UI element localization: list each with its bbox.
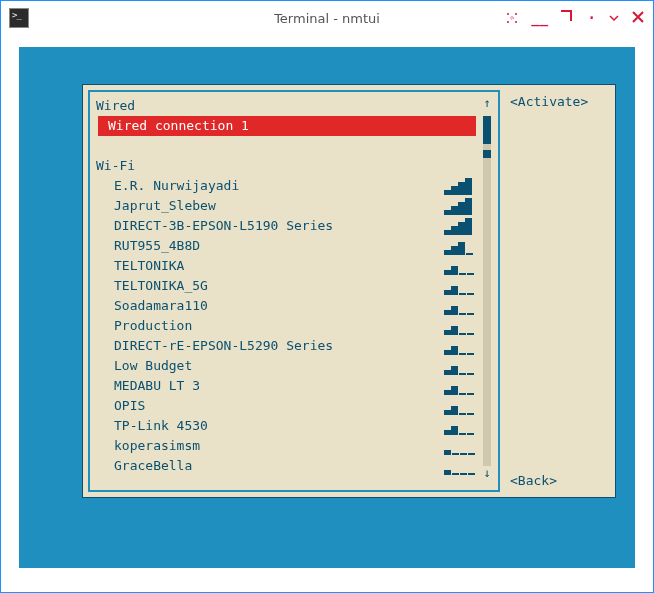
signal-strength-icon <box>444 257 478 275</box>
scroll-down-arrow-icon[interactable]: ↓ <box>483 466 490 486</box>
signal-strength-icon <box>444 357 478 375</box>
scroll-track[interactable] <box>483 116 491 466</box>
nmtui-dialog: WiredWired connection 1Wi-FiE.R. Nurwija… <box>79 81 619 501</box>
wifi-network-item[interactable]: Japrut_Slebew <box>96 196 480 216</box>
signal-strength-icon <box>444 217 478 235</box>
signal-strength-icon <box>444 377 478 395</box>
signal-strength-icon <box>444 177 478 195</box>
wifi-network-name: TELTONIKA <box>114 256 184 276</box>
wifi-network-name: Production <box>114 316 192 336</box>
wifi-network-item[interactable]: koperasimsm <box>96 436 480 456</box>
wifi-network-item[interactable]: TELTONIKA_5G <box>96 276 480 296</box>
svg-point-1 <box>515 13 517 15</box>
wifi-network-item[interactable]: TELTONIKA <box>96 256 480 276</box>
wifi-network-item[interactable]: E.R. Nurwijayadi <box>96 176 480 196</box>
scroll-thumb[interactable] <box>483 116 491 144</box>
signal-strength-icon <box>444 337 478 355</box>
terminal-app-icon <box>9 8 29 28</box>
signal-strength-icon <box>444 417 478 435</box>
wifi-network-item[interactable]: Soadamara110 <box>96 296 480 316</box>
window-controls: __ · <box>505 10 645 27</box>
signal-strength-icon <box>444 457 478 475</box>
connection-list[interactable]: WiredWired connection 1Wi-FiE.R. Nurwija… <box>96 96 480 486</box>
wifi-network-name: E.R. Nurwijayadi <box>114 176 239 196</box>
wifi-network-name: Japrut_Slebew <box>114 196 216 216</box>
terminal-client-area: WiredWired connection 1Wi-FiE.R. Nurwija… <box>1 35 653 592</box>
svg-point-3 <box>507 21 509 23</box>
wifi-network-name: koperasimsm <box>114 436 200 456</box>
wifi-network-item[interactable]: RUT955_4B8D <box>96 236 480 256</box>
wifi-network-name: MEDABU LT 3 <box>114 376 200 396</box>
wifi-network-name: TP-Link 4530 <box>114 416 208 436</box>
signal-strength-icon <box>444 397 478 415</box>
wifi-network-name: DIRECT-rE-EPSON-L5290 Series <box>114 336 333 356</box>
wifi-network-name: RUT955_4B8D <box>114 236 200 256</box>
wifi-network-item[interactable]: DIRECT-rE-EPSON-L5290 Series <box>96 336 480 356</box>
signal-strength-icon <box>444 277 478 295</box>
close-icon[interactable] <box>631 10 645 27</box>
svg-point-0 <box>507 13 509 15</box>
nmtui-background: WiredWired connection 1Wi-FiE.R. Nurwija… <box>19 47 635 568</box>
wifi-network-name: Low Budget <box>114 356 192 376</box>
spacer <box>96 136 480 156</box>
wifi-network-name: DIRECT-3B-EPSON-L5190 Series <box>114 216 333 236</box>
wifi-network-item[interactable]: OPIS <box>96 396 480 416</box>
maximize-icon[interactable] <box>560 10 574 27</box>
signal-strength-icon <box>444 297 478 315</box>
titlebar[interactable]: Terminal - nmtui __ · <box>1 1 653 35</box>
wifi-network-item[interactable]: MEDABU LT 3 <box>96 376 480 396</box>
svg-point-4 <box>515 21 517 23</box>
signal-strength-icon <box>444 197 478 215</box>
wifi-network-item[interactable]: TP-Link 4530 <box>96 416 480 436</box>
svg-point-2 <box>511 17 514 20</box>
wifi-network-name: Soadamara110 <box>114 296 208 316</box>
minimize-icon[interactable]: __ <box>531 10 548 26</box>
dot-icon[interactable]: · <box>586 13 597 23</box>
signal-strength-icon <box>444 437 478 455</box>
wired-connection-item[interactable]: Wired connection 1 <box>98 116 476 136</box>
scroll-up-arrow-icon[interactable]: ↑ <box>483 96 490 116</box>
wifi-section-header: Wi-Fi <box>96 156 480 176</box>
wifi-network-item[interactable]: GraceBella <box>96 456 480 476</box>
wifi-network-item[interactable]: Low Budget <box>96 356 480 376</box>
signal-strength-icon <box>444 237 478 255</box>
wifi-network-name: OPIS <box>114 396 145 416</box>
signal-strength-icon <box>444 317 478 335</box>
scrollbar[interactable]: ↑ ↓ <box>480 96 494 486</box>
wifi-network-item[interactable]: DIRECT-3B-EPSON-L5190 Series <box>96 216 480 236</box>
back-button[interactable]: <Back> <box>510 473 610 488</box>
connection-list-box: WiredWired connection 1Wi-FiE.R. Nurwija… <box>88 90 500 492</box>
wifi-network-name: TELTONIKA_5G <box>114 276 208 296</box>
scroll-thumb-2 <box>483 150 491 158</box>
wired-section-header: Wired <box>96 96 480 116</box>
action-column: <Activate> <Back> <box>510 90 610 492</box>
wifi-network-item[interactable]: Production <box>96 316 480 336</box>
terminal-window: Terminal - nmtui __ · <box>0 0 654 593</box>
dropdown-icon[interactable] <box>609 10 619 26</box>
activate-button[interactable]: <Activate> <box>510 94 610 109</box>
wifi-network-name: GraceBella <box>114 456 192 476</box>
pin-icon[interactable] <box>505 11 519 25</box>
